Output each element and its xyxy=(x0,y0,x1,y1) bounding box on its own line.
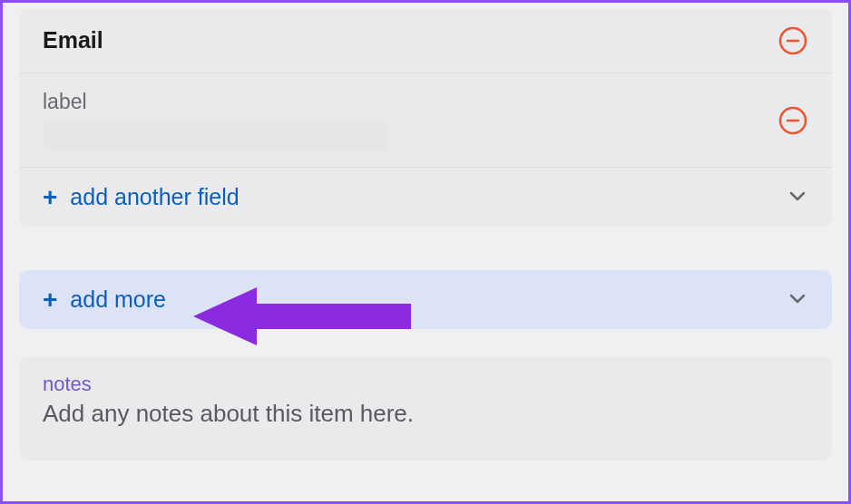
section-title: Email xyxy=(43,27,778,53)
remove-section-button[interactable] xyxy=(778,25,808,56)
notes-label: notes xyxy=(43,373,808,396)
field-label: label xyxy=(43,90,778,114)
add-another-field-button[interactable]: + add another field xyxy=(19,168,832,227)
field-content: label xyxy=(43,90,778,150)
email-section-panel: Email label + add another field xyxy=(19,8,832,227)
field-row[interactable]: label xyxy=(19,73,832,168)
add-more-button[interactable]: + add more xyxy=(19,270,832,329)
remove-icon xyxy=(778,106,807,135)
remove-icon xyxy=(778,26,807,55)
plus-icon: + xyxy=(43,185,57,210)
plus-icon: + xyxy=(43,287,57,313)
notes-input[interactable]: Add any notes about this item here. xyxy=(43,400,808,428)
field-value-redacted xyxy=(43,120,387,150)
add-field-label: add another field xyxy=(70,184,787,210)
chevron-down-icon xyxy=(787,287,808,313)
section-header-row: Email xyxy=(19,8,832,73)
remove-field-button[interactable] xyxy=(778,105,808,136)
notes-panel: notes Add any notes about this item here… xyxy=(19,356,832,460)
chevron-down-icon xyxy=(787,185,808,210)
add-more-label: add more xyxy=(70,286,787,313)
